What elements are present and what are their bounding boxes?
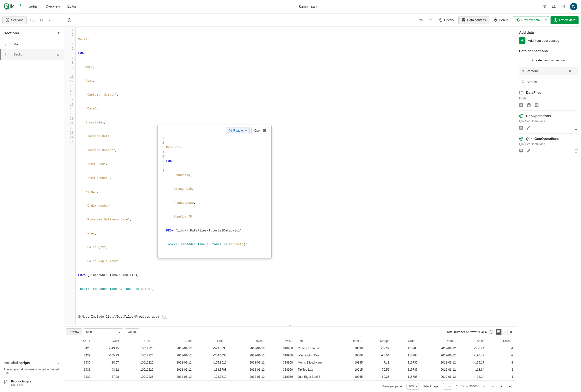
data-sources-button[interactable]: Data sources xyxy=(458,16,489,24)
datafiles-folder[interactable]: DataFiles xyxy=(519,88,578,97)
sections-button[interactable]: Sections xyxy=(2,16,26,24)
pager-next-icon[interactable]: ▸ xyxy=(499,384,504,389)
expand-chip-icon[interactable]: ◂▸ xyxy=(162,315,167,319)
bell-icon[interactable] xyxy=(551,4,556,9)
comment-toggle-icon[interactable] xyxy=(37,16,45,24)
drag-handle-icon[interactable]: ⋮⋮ xyxy=(4,52,10,56)
table-select[interactable]: Sales ⌄ xyxy=(84,328,123,335)
table-header[interactable]: Item … xyxy=(296,337,338,345)
table-header[interactable]: Item … xyxy=(338,337,365,345)
table-row[interactable]: 3431-43.12100122262012-01-12-118.3703201… xyxy=(64,366,516,373)
section-label: Section xyxy=(14,52,24,56)
debug-button[interactable]: Debug xyxy=(490,16,511,24)
section-item-section[interactable]: ⋮⋮ Section xyxy=(0,49,64,60)
browse-icon[interactable] xyxy=(535,103,539,107)
help-small-icon[interactable] xyxy=(65,16,73,24)
table-header[interactable]: Sales… xyxy=(486,337,516,345)
select-data-icon[interactable] xyxy=(519,126,523,130)
svg-point-45 xyxy=(230,131,230,131)
table-row[interactable]: 3429-105.93100122262012-01-12-204.663820… xyxy=(64,352,516,359)
table-row[interactable]: 3432-37.98100122262012-01-12-102.3319201… xyxy=(64,373,516,381)
svg-rect-7 xyxy=(563,5,564,6)
table-header[interactable]: Date xyxy=(156,337,194,345)
svg-point-31 xyxy=(462,18,465,19)
data-sources-label: Data sources xyxy=(467,18,486,22)
table-header[interactable]: Cust… xyxy=(122,337,156,345)
search-icon[interactable] xyxy=(28,16,36,24)
geo-connection[interactable]: GeoOperations xyxy=(519,112,578,120)
script-name: Products.qvs xyxy=(11,380,31,383)
svg-line-18 xyxy=(33,21,34,22)
tab-overview[interactable]: Overview xyxy=(46,0,60,13)
select-page-select[interactable]: 1 xyxy=(443,383,452,390)
pager-first-icon[interactable]: |◂ xyxy=(482,384,486,389)
connection-search-input[interactable] xyxy=(527,80,576,84)
delete-icon[interactable] xyxy=(574,149,578,153)
clear-icon[interactable]: ✕ xyxy=(568,69,571,73)
table-view-icon[interactable] xyxy=(496,329,502,335)
delete-section-icon[interactable] xyxy=(56,52,60,57)
pager-prev-icon[interactable]: ◂ xyxy=(490,384,495,389)
svg-rect-77 xyxy=(520,149,522,152)
table-header[interactable]: Margin xyxy=(365,337,392,345)
readonly-button[interactable]: Read only xyxy=(226,127,250,134)
svg-point-17 xyxy=(31,19,33,21)
edit-icon[interactable] xyxy=(527,149,531,153)
script-location: DataFiles xyxy=(11,383,31,387)
help-icon[interactable] xyxy=(542,4,547,9)
personal-label: Personal xyxy=(527,69,566,73)
table-row[interactable]: 3428-513.15100122262012-01-12-573.383520… xyxy=(64,345,516,352)
personal-filter[interactable]: Personal ✕ ⌄ xyxy=(519,67,578,75)
table-header[interactable]: ↑%KEY xyxy=(64,337,93,345)
table-header[interactable]: Invoi… xyxy=(267,337,296,345)
included-scripts-header[interactable]: Included scripts ⌄ xyxy=(4,361,60,365)
table-header[interactable]: Sales xyxy=(458,337,486,345)
delete-icon[interactable] xyxy=(574,126,578,130)
list-view-icon[interactable] xyxy=(502,329,508,335)
search-icon xyxy=(521,80,525,83)
grid-view-icon[interactable] xyxy=(508,329,514,335)
code-editor[interactable]: 1234567891011121314151617181920212223242… xyxy=(64,27,516,325)
open-button[interactable]: Open xyxy=(252,127,269,134)
qlik-geo-connection[interactable]: Qlik_GeoOperations xyxy=(519,135,578,142)
undo-icon[interactable] xyxy=(417,16,425,24)
edit-icon[interactable] xyxy=(527,126,531,130)
svg-rect-51 xyxy=(498,331,500,333)
add-section-icon[interactable]: + xyxy=(57,30,60,36)
pager-last-icon[interactable]: ▸| xyxy=(508,384,513,389)
preview-data-button[interactable]: Preview data xyxy=(513,16,543,24)
rows-per-page-select[interactable]: 100 xyxy=(406,383,419,390)
svg-line-65 xyxy=(524,82,524,83)
apps-grid-icon[interactable] xyxy=(560,4,566,9)
redo-icon[interactable] xyxy=(426,16,434,24)
chevron-down-icon[interactable]: ⌄ xyxy=(573,69,576,73)
datafiles-label: DataFiles xyxy=(526,91,541,94)
tab-editor[interactable]: Editor xyxy=(67,0,76,13)
included-script-item[interactable]: Products.qvs DataFiles xyxy=(4,378,60,388)
info-icon[interactable] xyxy=(489,330,493,334)
table-row[interactable]: 3430-88.07100122262012-01-12-165.8016201… xyxy=(64,359,516,366)
table-header[interactable]: Invoi… xyxy=(229,337,267,345)
outdent-icon[interactable] xyxy=(56,16,64,24)
add-from-catalog-button[interactable]: + Add from data catalog xyxy=(519,37,578,44)
output-tab[interactable]: Output xyxy=(125,328,139,335)
table-header[interactable]: Cost xyxy=(93,337,122,345)
select-data-icon[interactable] xyxy=(519,103,523,107)
select-data-icon[interactable] xyxy=(519,149,523,153)
indent-icon[interactable] xyxy=(47,16,54,24)
globe-icon xyxy=(519,114,524,118)
table-header[interactable]: Prom… xyxy=(420,337,458,345)
preview-chevron-icon[interactable]: ▾ xyxy=(543,16,549,24)
export-data-button[interactable]: Export data xyxy=(550,16,579,24)
table-header[interactable]: Orde… xyxy=(392,337,420,345)
svg-rect-71 xyxy=(535,104,538,107)
drag-handle-icon[interactable]: ⋮⋮ xyxy=(4,42,10,46)
table-header[interactable]: Gros… xyxy=(194,337,229,345)
svg-rect-16 xyxy=(8,19,9,22)
preview-tab[interactable]: Preview xyxy=(66,328,82,335)
avatar[interactable]: TL xyxy=(570,3,577,10)
insert-icon[interactable] xyxy=(527,103,531,107)
history-button[interactable]: History xyxy=(436,16,457,24)
section-item-main[interactable]: ⋮⋮ Main xyxy=(0,39,64,49)
create-connection-button[interactable]: Create new connection xyxy=(519,56,578,64)
